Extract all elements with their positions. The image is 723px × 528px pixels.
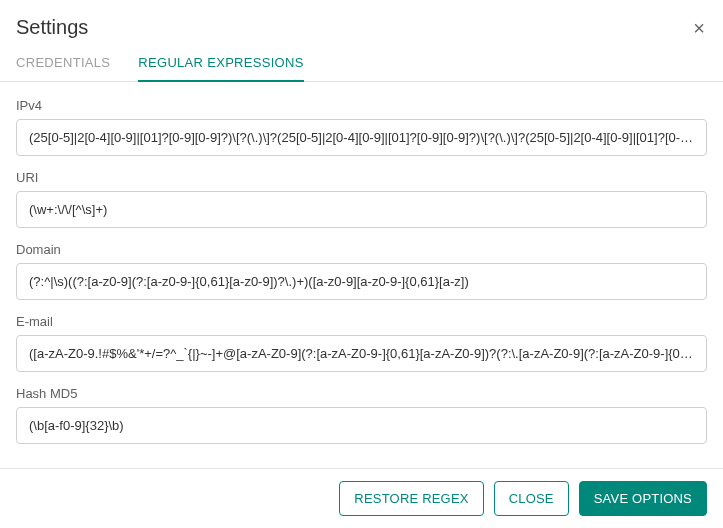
- field-group-ipv4: IPv4: [16, 98, 707, 156]
- close-icon[interactable]: ×: [691, 18, 707, 38]
- input-md5[interactable]: [16, 407, 707, 444]
- label-md5: Hash MD5: [16, 386, 707, 401]
- modal-footer: RESTORE REGEX CLOSE SAVE OPTIONS: [0, 468, 723, 528]
- tabs: CREDENTIALS REGULAR EXPRESSIONS: [0, 39, 723, 82]
- tab-credentials[interactable]: CREDENTIALS: [16, 55, 110, 82]
- field-group-domain: Domain: [16, 242, 707, 300]
- field-group-md5: Hash MD5: [16, 386, 707, 444]
- settings-modal: Settings × CREDENTIALS REGULAR EXPRESSIO…: [0, 0, 723, 528]
- modal-header: Settings ×: [0, 0, 723, 39]
- modal-body: IPv4 URI Domain E-mail Hash MD5: [0, 82, 723, 468]
- save-options-button[interactable]: SAVE OPTIONS: [579, 481, 707, 516]
- label-email: E-mail: [16, 314, 707, 329]
- label-domain: Domain: [16, 242, 707, 257]
- input-email[interactable]: [16, 335, 707, 372]
- input-ipv4[interactable]: [16, 119, 707, 156]
- input-domain[interactable]: [16, 263, 707, 300]
- restore-regex-button[interactable]: RESTORE REGEX: [339, 481, 483, 516]
- input-uri[interactable]: [16, 191, 707, 228]
- close-button[interactable]: CLOSE: [494, 481, 569, 516]
- field-group-email: E-mail: [16, 314, 707, 372]
- modal-title: Settings: [16, 16, 88, 39]
- label-ipv4: IPv4: [16, 98, 707, 113]
- tab-regular-expressions[interactable]: REGULAR EXPRESSIONS: [138, 55, 303, 82]
- field-group-uri: URI: [16, 170, 707, 228]
- label-uri: URI: [16, 170, 707, 185]
